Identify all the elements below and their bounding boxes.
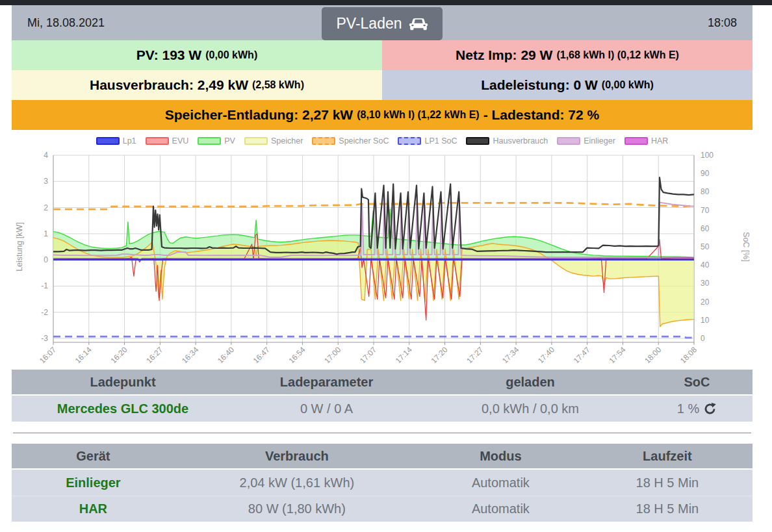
- charge-mode-button[interactable]: PV-Laden: [322, 7, 443, 40]
- legend-swatch: [146, 137, 169, 145]
- legend-swatch: [557, 137, 580, 145]
- svg-text:20: 20: [701, 298, 710, 307]
- legend-item-lp1: Lp1: [96, 136, 136, 146]
- chart-legend: Lp1EVUPVSpeicherSpeicher SoCLP1 SoCHausv…: [12, 134, 753, 147]
- legend-item-evu: EVU: [146, 136, 189, 146]
- legend-item-speicher: Speicher: [244, 136, 303, 146]
- status-pv-energy: (0,00 kWh): [205, 49, 257, 61]
- legend-label: EVU: [172, 136, 189, 146]
- status-pv-value: PV: 193 W: [136, 47, 201, 63]
- vehicle-soc-cell: 1 %: [641, 401, 753, 416]
- legend-swatch: [198, 137, 221, 145]
- svg-text:16:40: 16:40: [216, 345, 236, 363]
- legend-swatch: [624, 137, 648, 145]
- legend-item-pv: PV: [198, 136, 235, 146]
- status-grid-energy: (1,68 kWh I) (0,12 kWh E): [556, 49, 678, 61]
- col-geladen: geladen: [419, 375, 641, 390]
- status-grid-value: Netz Imp: 29 W: [456, 47, 552, 63]
- svg-text:-1: -1: [41, 281, 48, 290]
- legend-item-lp1-soc: LP1 SoC: [398, 136, 457, 146]
- col-geraet: Gerät: [12, 449, 175, 464]
- svg-text:17:27: 17:27: [465, 345, 485, 363]
- legend-item-speicher-soc: Speicher SoC: [312, 136, 389, 146]
- power-soc-chart: 43210-1-2-3100908070605040302010016:0716…: [12, 149, 753, 363]
- charge-params: 0 W / 0 A: [234, 401, 419, 416]
- svg-text:10: 10: [701, 316, 710, 325]
- svg-text:50: 50: [701, 242, 710, 251]
- svg-text:17:34: 17:34: [500, 345, 521, 363]
- col-modus: Modus: [419, 449, 582, 464]
- svg-text:100: 100: [701, 151, 714, 160]
- legend-label: Einlieger: [584, 136, 615, 146]
- svg-text:17:47: 17:47: [572, 345, 592, 363]
- legend-label: Lp1: [123, 136, 136, 146]
- legend-item-har: HAR: [624, 136, 668, 146]
- legend-item-einlieger: Einlieger: [557, 136, 615, 146]
- svg-text:17:14: 17:14: [394, 345, 414, 363]
- svg-text:3: 3: [44, 177, 48, 186]
- svg-text:16:14: 16:14: [73, 345, 94, 363]
- svg-text:17:20: 17:20: [430, 345, 450, 363]
- legend-swatch: [312, 137, 335, 145]
- svg-text:SoC [%]: SoC [%]: [741, 232, 751, 262]
- status-battery-value: Speicher-Entladung: 2,27 kW: [165, 107, 353, 123]
- svg-text:60: 60: [701, 224, 710, 233]
- header-time: 18:08: [708, 16, 737, 30]
- device-mode: Automatik: [419, 501, 582, 516]
- soc-refresh-icon[interactable]: [703, 402, 717, 416]
- svg-text:4: 4: [44, 151, 48, 160]
- col-ladeparameter: Ladeparameter: [234, 375, 419, 390]
- col-soc: SoC: [641, 375, 753, 390]
- charged-amount: 0,0 kWh / 0,0 km: [419, 401, 641, 416]
- device-runtime: 18 H 5 Min: [582, 475, 753, 490]
- legend-label: PV: [224, 136, 235, 146]
- svg-text:40: 40: [701, 260, 710, 270]
- pv-charging-dashboard: Mi, 18.08.2021 PV-Laden 18:08 PV: 193 W …: [0, 0, 772, 532]
- device-consumption: 80 W (1,80 kWh): [175, 501, 419, 516]
- svg-text:90: 90: [701, 169, 710, 178]
- charge-mode-label: PV-Laden: [336, 15, 402, 32]
- legend-swatch: [244, 137, 268, 145]
- status-grid: PV: 193 W (0,00 kWh) Netz Imp: 29 W (1,6…: [12, 40, 753, 100]
- svg-text:17:07: 17:07: [358, 345, 378, 363]
- status-grid-import: Netz Imp: 29 W (1,68 kWh I) (0,12 kWh E): [382, 40, 753, 70]
- section-divider: [13, 433, 751, 433]
- device-runtime: 18 H 5 Min: [582, 501, 753, 516]
- status-pv: PV: 193 W (0,00 kWh): [12, 40, 382, 70]
- charge-table-header: Ladepunkt Ladeparameter geladen SoC: [12, 370, 753, 396]
- col-ladepunkt: Ladepunkt: [12, 375, 234, 390]
- svg-text:1: 1: [44, 229, 48, 238]
- table-row: Einlieger 2,04 kW (1,61 kWh) Automatik 1…: [12, 470, 753, 496]
- svg-text:30: 30: [701, 279, 710, 288]
- legend-label: Hausverbrauch: [493, 136, 548, 146]
- svg-text:17:54: 17:54: [607, 345, 627, 363]
- device-name-link[interactable]: Einlieger: [12, 475, 175, 490]
- status-charge-energy: (0,00 kWh): [602, 79, 654, 91]
- svg-text:17:00: 17:00: [322, 345, 342, 363]
- vehicle-soc-value: 1 %: [677, 401, 699, 416]
- vehicle-name-link[interactable]: Mercedes GLC 300de: [12, 401, 234, 416]
- svg-text:Leistung [kW]: Leistung [kW]: [15, 222, 24, 272]
- chart-card: Lp1EVUPVSpeicherSpeicher SoCLP1 SoCHausv…: [12, 130, 753, 366]
- svg-text:16:20: 16:20: [109, 345, 129, 363]
- svg-text:80: 80: [701, 187, 710, 196]
- status-charge-power: Ladeleistung: 0 W (0,00 kWh): [382, 70, 753, 100]
- svg-text:16:54: 16:54: [287, 345, 307, 363]
- svg-text:0: 0: [44, 255, 48, 264]
- device-table: Gerät Verbrauch Modus Laufzeit Einlieger…: [12, 444, 753, 522]
- legend-label: LP1 SoC: [424, 136, 457, 146]
- legend-swatch: [466, 137, 489, 145]
- col-laufzeit: Laufzeit: [582, 449, 753, 464]
- svg-text:70: 70: [701, 206, 710, 215]
- header-bar: Mi, 18.08.2021 PV-Laden 18:08: [12, 5, 753, 40]
- device-name-link[interactable]: HAR: [12, 501, 175, 516]
- status-battery-soc: - Ladestand: 72 %: [483, 107, 600, 123]
- svg-text:16:07: 16:07: [38, 345, 58, 363]
- device-mode: Automatik: [419, 475, 582, 490]
- svg-text:17:40: 17:40: [536, 345, 556, 363]
- table-row: Mercedes GLC 300de 0 W / 0 A 0,0 kWh / 0…: [12, 396, 753, 422]
- legend-label: HAR: [651, 136, 668, 146]
- status-charge-value: Ladeleistung: 0 W: [481, 77, 598, 93]
- legend-label: Speicher: [271, 136, 303, 146]
- status-house-consumption: Hausverbrauch: 2,49 kW (2,58 kWh): [12, 70, 382, 100]
